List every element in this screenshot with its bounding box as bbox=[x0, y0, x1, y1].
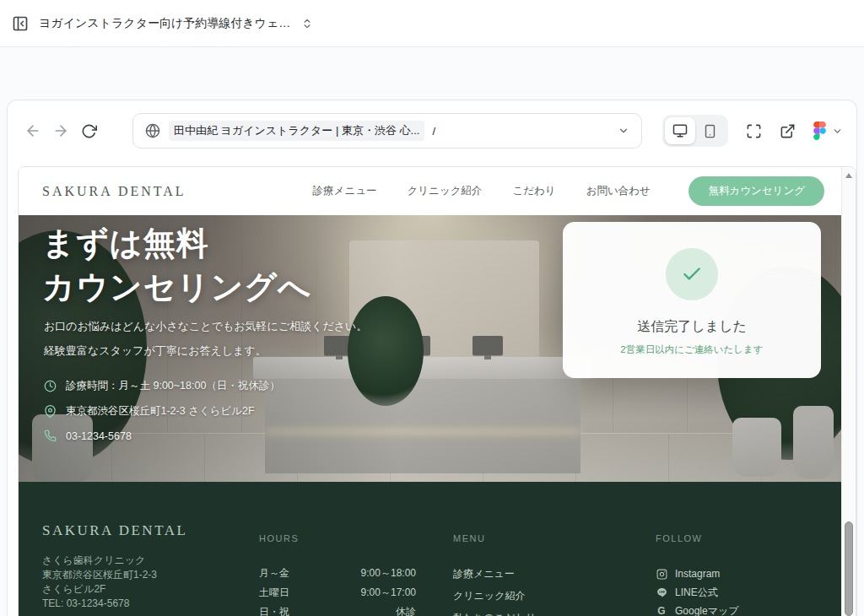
nav-item-contact[interactable]: お問い合わせ bbox=[586, 184, 651, 198]
chevron-down-icon bbox=[832, 126, 843, 137]
project-title[interactable]: ヨガインストラクター向け予約導線付きウェ… bbox=[39, 16, 290, 31]
free-counseling-button[interactable]: 無料カウンセリング bbox=[688, 176, 824, 206]
address-info-row: 東京都渋谷区桜丘町1-2-3 さくらビル2F bbox=[44, 404, 280, 419]
figma-logo-icon bbox=[813, 122, 826, 140]
follow-google-maps-link[interactable]: G Googleマップ bbox=[656, 602, 739, 616]
footer-link-clinic[interactable]: クリニック紹介 bbox=[453, 589, 545, 611]
hours-heading: HOURS bbox=[259, 533, 416, 543]
page-title-token[interactable]: 田中由紀 ヨガインストラクター | 東京・渋谷 心... bbox=[169, 121, 424, 141]
map-pin-icon bbox=[44, 405, 57, 418]
fullscreen-button[interactable] bbox=[746, 123, 762, 139]
follow-instagram-link[interactable]: Instagram bbox=[656, 565, 739, 583]
site-footer: SAKURA DENTAL さくら歯科クリニック 東京都渋谷区桜丘町1-2-3 … bbox=[19, 482, 843, 616]
preview-panel: 田中由紀 ヨガインストラクター | 東京・渋谷 心... / bbox=[7, 100, 857, 616]
mobile-view-button[interactable] bbox=[695, 117, 726, 144]
google-icon: G bbox=[656, 605, 667, 616]
canvas-scrollbar[interactable] bbox=[841, 167, 856, 616]
phone-info-row: 03-1234-5678 bbox=[44, 430, 280, 442]
instagram-icon bbox=[656, 569, 667, 580]
chevron-down-icon[interactable] bbox=[618, 125, 629, 137]
nav-item-services[interactable]: 診療メニュー bbox=[313, 184, 377, 198]
site-nav: 診療メニュー クリニック紹介 こだわり お問い合わせ bbox=[313, 184, 651, 198]
scrollbar-thumb[interactable] bbox=[845, 521, 853, 616]
check-icon bbox=[666, 248, 718, 300]
url-bar[interactable]: 田中由紀 ヨガインストラクター | 東京・渋谷 心... / bbox=[132, 113, 642, 149]
footer-follow-column: FOLLOW Instagram LINE公式 bbox=[656, 533, 739, 616]
follow-line-link[interactable]: LINE公式 bbox=[656, 583, 739, 602]
device-toggle bbox=[662, 115, 728, 147]
hero-info-list: 診療時間：月～土 9:00~18:00（日・祝休診） 東京都渋谷区桜丘町1-2-… bbox=[44, 379, 280, 442]
back-button[interactable] bbox=[21, 119, 44, 143]
chevrons-up-down-icon[interactable] bbox=[301, 18, 313, 30]
line-icon bbox=[656, 587, 667, 598]
footer-menu-column: MENU 診療メニュー クリニック紹介 私たちのこだわり 予約・お問い合わせ bbox=[453, 533, 545, 616]
footer-brand: SAKURA DENTAL bbox=[42, 522, 187, 539]
hours-row: 月～金9:00～18:00 bbox=[259, 566, 416, 586]
globe-icon bbox=[145, 123, 160, 138]
form-success-card: 送信完了しました 2営業日以内にご連絡いたします bbox=[563, 222, 821, 378]
follow-heading: FOLLOW bbox=[656, 533, 739, 543]
success-title: 送信完了しました bbox=[637, 318, 747, 336]
refresh-button[interactable] bbox=[78, 119, 100, 143]
success-subtitle: 2営業日以内にご連絡いたします bbox=[620, 343, 763, 356]
url-path[interactable]: / bbox=[432, 125, 435, 138]
panel-collapse-icon[interactable] bbox=[12, 15, 29, 32]
footer-hours-column: HOURS 月～金9:00～18:00 土曜日9:00～17:00 日・祝休診 bbox=[259, 533, 416, 616]
open-external-button[interactable] bbox=[780, 123, 796, 139]
app-header: ヨガインストラクター向け予約導線付きウェ… bbox=[0, 0, 864, 47]
hero-heading: まずは無料 カウンセリングへ bbox=[42, 222, 311, 309]
clock-icon bbox=[44, 380, 57, 392]
site-preview-canvas: SAKURA DENTAL 診療メニュー クリニック紹介 こだわり お問い合わせ… bbox=[18, 166, 856, 616]
workspace-background: 田中由紀 ヨガインストラクター | 東京・渋谷 心... / bbox=[0, 47, 864, 616]
site-logo[interactable]: SAKURA DENTAL bbox=[42, 184, 186, 199]
site-header: SAKURA DENTAL 診療メニュー クリニック紹介 こだわり お問い合わせ… bbox=[19, 167, 843, 215]
nav-item-commitment[interactable]: こだわり bbox=[512, 184, 555, 198]
hero-section: まずは無料 カウンセリングへ お口のお悩みはどんな小さなことでもお気軽にご相談く… bbox=[19, 215, 843, 482]
scroll-up-arrow[interactable] bbox=[842, 169, 856, 182]
phone-icon bbox=[44, 430, 57, 442]
figma-menu[interactable] bbox=[813, 122, 843, 140]
forward-button[interactable] bbox=[49, 119, 72, 143]
footer-brand-info: さくら歯科クリニック 東京都渋谷区桜丘町1-2-3 さくらビル2F TEL: 0… bbox=[42, 554, 157, 611]
hours-row: 日・祝休診 bbox=[259, 605, 416, 616]
desktop-view-button[interactable] bbox=[665, 117, 695, 144]
nav-item-clinic[interactable]: クリニック紹介 bbox=[408, 184, 483, 198]
footer-link-services[interactable]: 診療メニュー bbox=[453, 567, 545, 589]
menu-heading: MENU bbox=[453, 533, 545, 543]
hours-info-row: 診療時間：月～土 9:00~18:00（日・祝休診） bbox=[44, 379, 280, 393]
footer-link-commitment[interactable]: 私たちのこだわり bbox=[453, 611, 545, 616]
hours-row: 土曜日9:00～17:00 bbox=[259, 586, 416, 605]
hero-subtext: お口のお悩みはどんな小さなことでもお気軽にご相談ください。 経験豊富なスタッフが… bbox=[44, 315, 367, 363]
preview-toolbar: 田中由紀 ヨガインストラクター | 東京・渋谷 心... / bbox=[21, 112, 843, 149]
